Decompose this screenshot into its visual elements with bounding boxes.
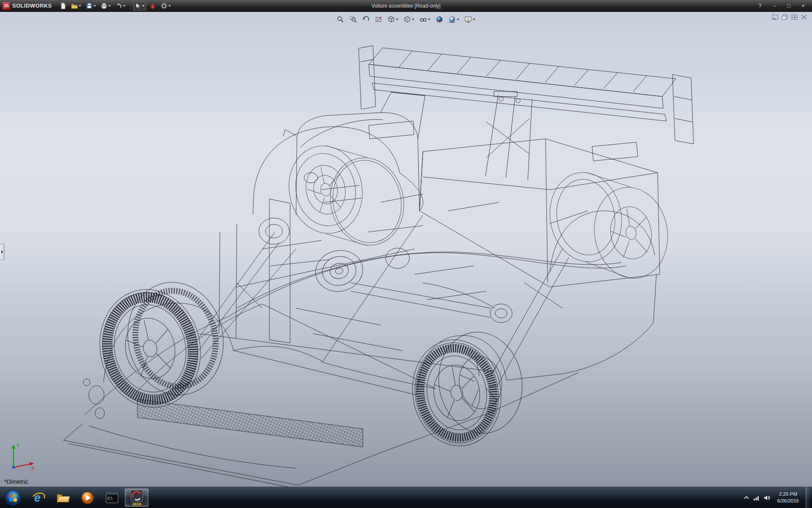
edit-appearance-button[interactable]	[434, 14, 444, 25]
app-name: SOLIDWORKS	[12, 3, 52, 9]
close-button[interactable]: ×	[797, 2, 809, 10]
start-orb-icon	[4, 489, 22, 507]
document-window-controls	[771, 14, 808, 20]
taskbar-windows-explorer[interactable]	[51, 489, 75, 507]
display-style-button[interactable]	[402, 14, 416, 25]
dropdown-arrow-icon	[168, 5, 171, 7]
hide-show-items-icon	[420, 16, 427, 23]
clock-date: 6/26/2015	[777, 498, 799, 505]
hidden-icons-chevron[interactable]	[743, 495, 749, 500]
solidworks-year-badge: 2015	[132, 502, 142, 506]
zoom-to-area-button[interactable]	[348, 14, 358, 25]
help-button[interactable]: ?	[754, 2, 766, 10]
select-cursor-icon	[134, 3, 141, 9]
dropdown-arrow-icon	[123, 5, 126, 7]
3ds-logo-icon: 3S	[3, 2, 10, 10]
zoom-to-fit-button[interactable]	[335, 14, 346, 25]
network-icon[interactable]	[753, 495, 760, 501]
titlebar: 3S SOLIDWORKS	[0, 0, 812, 12]
dropdown-arrow-icon	[428, 19, 431, 20]
doc-close-button[interactable]	[801, 14, 808, 20]
triad-x-label: X	[31, 466, 35, 471]
dropdown-arrow-icon	[412, 19, 414, 20]
svg-text:C:\: C:\	[107, 496, 112, 500]
dropdown-arrow-icon	[93, 5, 96, 7]
print-button[interactable]	[99, 1, 112, 11]
display-style-icon	[403, 16, 411, 23]
volume-icon[interactable]	[764, 495, 771, 501]
solidworks-logo: 3S SOLIDWORKS	[3, 2, 52, 10]
open-folder-icon	[71, 3, 78, 9]
command-prompt-icon: C:\	[105, 491, 119, 505]
show-desktop-button[interactable]	[806, 487, 810, 508]
apply-scene-icon	[448, 16, 456, 23]
featuremanager-collapse-tab[interactable]	[0, 244, 5, 260]
dropdown-arrow-icon	[108, 5, 111, 7]
taskbar-solidworks[interactable]: 2015	[125, 489, 148, 507]
chevron-right-icon	[1, 250, 3, 254]
taskbar-media-player[interactable]	[76, 489, 99, 507]
dropdown-arrow-icon	[79, 5, 81, 7]
dropdown-arrow-icon	[473, 19, 475, 20]
doc-tile-button[interactable]	[791, 14, 798, 20]
undo-button[interactable]	[114, 1, 127, 11]
apply-scene-button[interactable]	[447, 14, 461, 25]
toolbar-separator	[130, 2, 130, 10]
media-player-icon	[81, 491, 94, 505]
doc-restore-button[interactable]	[781, 14, 788, 20]
windows-explorer-folder-icon	[56, 491, 70, 505]
triad-y-label: Y	[16, 443, 20, 448]
clock-time: 2:25 PM	[777, 491, 799, 498]
taskbar-clock[interactable]: 2:25 PM 6/26/2015	[775, 491, 801, 504]
hide-show-items-button[interactable]	[418, 14, 432, 25]
internet-explorer-icon: e	[32, 491, 45, 505]
view-orientation-icon	[387, 16, 395, 23]
taskbar-internet-explorer[interactable]: e	[27, 489, 50, 507]
previous-view-button[interactable]	[361, 14, 371, 25]
new-document-button[interactable]	[58, 1, 68, 11]
options-button[interactable]	[159, 1, 173, 11]
zoom-to-fit-icon	[337, 16, 344, 23]
previous-view-icon	[362, 16, 370, 23]
dropdown-arrow-icon	[457, 19, 459, 20]
doc-minimize-icon	[772, 14, 778, 20]
view-orientation-label: *Dimetric	[4, 478, 28, 485]
undo-icon	[115, 3, 122, 9]
select-tool-button[interactable]	[133, 1, 146, 11]
section-view-button[interactable]	[373, 14, 384, 25]
new-document-icon	[60, 3, 66, 9]
taskbar-command-prompt[interactable]: C:\	[100, 489, 124, 507]
appearance-button[interactable]	[148, 1, 158, 11]
section-view-icon	[375, 16, 382, 23]
options-icon	[161, 3, 167, 9]
print-icon	[101, 3, 107, 9]
window-controls: ? – □ ×	[754, 2, 809, 10]
view-orientation-button[interactable]	[386, 14, 400, 25]
edit-appearance-icon	[436, 16, 443, 23]
save-icon	[86, 3, 93, 9]
zoom-to-area-icon	[349, 16, 357, 23]
windows-taskbar: e	[0, 487, 812, 508]
open-button[interactable]	[69, 1, 83, 11]
view-settings-button[interactable]	[463, 14, 477, 25]
appearance-icon	[149, 3, 156, 9]
standard-toolbar	[58, 1, 173, 11]
system-tray: 2:25 PM 6/26/2015	[743, 487, 812, 508]
reference-triad: Y X	[6, 441, 37, 474]
start-button[interactable]	[0, 487, 26, 508]
doc-close-icon	[801, 14, 807, 20]
doc-tile-icon	[791, 14, 798, 20]
view-settings-icon	[464, 16, 472, 23]
tray-icons	[743, 495, 771, 501]
graphics-area[interactable]: Y X *Dimetric	[0, 12, 812, 487]
doc-minimize-button[interactable]	[771, 14, 779, 20]
solidworks-window: 3S SOLIDWORKS	[0, 0, 812, 508]
save-button[interactable]	[84, 1, 98, 11]
wireframe-car-model	[0, 12, 812, 487]
solidworks-icon: 2015	[129, 490, 144, 506]
minimize-button[interactable]: –	[768, 2, 781, 10]
maximize-button[interactable]: □	[782, 2, 795, 10]
dropdown-arrow-icon	[142, 5, 145, 7]
dropdown-arrow-icon	[396, 19, 398, 20]
heads-up-view-toolbar	[335, 14, 477, 25]
